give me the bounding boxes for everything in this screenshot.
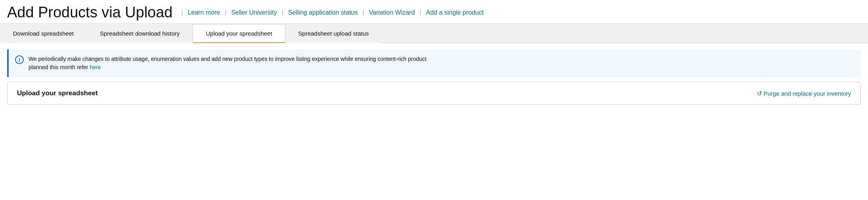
info-text-line2: planned this month refer bbox=[28, 64, 90, 70]
divider-3: | bbox=[282, 9, 283, 16]
purge-label: Purge and replace your inventory bbox=[764, 90, 851, 97]
info-icon: i bbox=[15, 55, 24, 64]
info-text-line1: We periodically make changes to attribut… bbox=[28, 56, 426, 62]
info-here-link[interactable]: here bbox=[90, 64, 101, 70]
tab-download-spreadsheet[interactable]: Download spreadsheet bbox=[0, 24, 87, 43]
page-header: Add Products via Upload | Learn more | S… bbox=[0, 0, 868, 24]
divider-5: | bbox=[420, 9, 421, 16]
upload-card: Upload your spreadsheet ↺ Purge and repl… bbox=[7, 82, 861, 105]
learn-more-link[interactable]: Learn more bbox=[184, 9, 224, 16]
purge-icon: ↺ bbox=[757, 90, 762, 97]
tabs-bar: Download spreadsheet Spreadsheet downloa… bbox=[0, 24, 868, 43]
divider-1: | bbox=[181, 9, 183, 16]
selling-application-status-link[interactable]: Selling application status bbox=[284, 9, 362, 16]
variation-wizard-link[interactable]: Variation Wizard bbox=[365, 9, 419, 16]
page-title: Add Products via Upload bbox=[7, 4, 172, 21]
divider-2: | bbox=[225, 9, 226, 16]
divider-4: | bbox=[362, 9, 364, 16]
info-banner: i We periodically make changes to attrib… bbox=[7, 49, 861, 77]
header-nav: | Learn more | Seller University | Selli… bbox=[180, 9, 487, 16]
purge-inventory-link[interactable]: ↺ Purge and replace your inventory bbox=[757, 90, 851, 97]
tab-upload-your-spreadsheet[interactable]: Upload your spreadsheet bbox=[193, 24, 285, 43]
upload-card-header: Upload your spreadsheet ↺ Purge and repl… bbox=[17, 89, 851, 97]
info-banner-text: We periodically make changes to attribut… bbox=[28, 55, 426, 72]
tab-spreadsheet-upload-status[interactable]: Spreadsheet upload status bbox=[285, 24, 382, 43]
tab-spreadsheet-download-history[interactable]: Spreadsheet download history bbox=[87, 24, 193, 43]
upload-card-title: Upload your spreadsheet bbox=[17, 89, 98, 97]
seller-university-link[interactable]: Seller University bbox=[227, 9, 281, 16]
add-single-product-link[interactable]: Add a single product bbox=[422, 9, 488, 16]
